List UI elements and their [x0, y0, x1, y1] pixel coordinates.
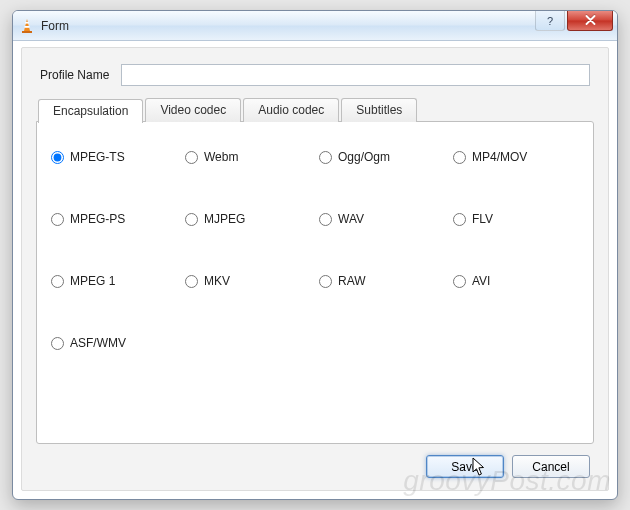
- tab-subtitles[interactable]: Subtitles: [341, 98, 417, 122]
- close-icon: [585, 15, 596, 27]
- radio-label: RAW: [338, 274, 366, 288]
- radio-label: MPEG-TS: [70, 150, 125, 164]
- radio-label: Webm: [204, 150, 238, 164]
- radio-option[interactable]: Ogg/Ogm: [319, 150, 445, 164]
- save-button[interactable]: Save: [426, 455, 504, 478]
- radio-input[interactable]: [51, 337, 64, 350]
- profile-name-input[interactable]: [121, 64, 590, 86]
- profile-name-label: Profile Name: [40, 68, 109, 82]
- titlebar[interactable]: Form ?: [13, 11, 617, 41]
- profile-name-row: Profile Name: [40, 64, 590, 86]
- client-area: Profile Name Encapsulation Video codec A…: [21, 47, 609, 491]
- tab-control: Encapsulation Video codec Audio codec Su…: [36, 98, 594, 444]
- radio-label: MPEG 1: [70, 274, 115, 288]
- svg-rect-1: [25, 22, 29, 24]
- radio-input[interactable]: [185, 275, 198, 288]
- radio-option[interactable]: AVI: [453, 274, 579, 288]
- vlc-cone-icon: [19, 18, 35, 34]
- encapsulation-radio-group: MPEG-TSWebmOgg/OgmMP4/MOVMPEG-PSMJPEGWAV…: [51, 150, 579, 350]
- help-button[interactable]: ?: [535, 11, 565, 31]
- tab-label: Audio codec: [258, 103, 324, 117]
- radio-option[interactable]: MPEG-PS: [51, 212, 177, 226]
- radio-input[interactable]: [319, 151, 332, 164]
- radio-label: MPEG-PS: [70, 212, 125, 226]
- radio-option[interactable]: RAW: [319, 274, 445, 288]
- radio-label: AVI: [472, 274, 490, 288]
- radio-input[interactable]: [51, 213, 64, 226]
- radio-option[interactable]: MJPEG: [185, 212, 311, 226]
- radio-input[interactable]: [185, 213, 198, 226]
- radio-option[interactable]: MPEG 1: [51, 274, 177, 288]
- svg-rect-2: [25, 26, 30, 28]
- radio-label: ASF/WMV: [70, 336, 126, 350]
- radio-option[interactable]: FLV: [453, 212, 579, 226]
- svg-rect-3: [22, 31, 32, 33]
- dialog-window: Form ? Profile Name Encapsulation Video …: [12, 10, 618, 500]
- tab-label: Video codec: [160, 103, 226, 117]
- dialog-footer: Save Cancel: [426, 455, 590, 478]
- radio-label: MJPEG: [204, 212, 245, 226]
- radio-label: FLV: [472, 212, 493, 226]
- radio-input[interactable]: [51, 275, 64, 288]
- radio-label: WAV: [338, 212, 364, 226]
- radio-label: Ogg/Ogm: [338, 150, 390, 164]
- help-icon: ?: [547, 15, 553, 27]
- radio-option[interactable]: MKV: [185, 274, 311, 288]
- radio-option[interactable]: MP4/MOV: [453, 150, 579, 164]
- close-button[interactable]: [567, 11, 613, 31]
- radio-input[interactable]: [453, 213, 466, 226]
- cancel-button[interactable]: Cancel: [512, 455, 590, 478]
- window-controls: ?: [535, 11, 617, 33]
- radio-input[interactable]: [185, 151, 198, 164]
- tab-page-encapsulation: MPEG-TSWebmOgg/OgmMP4/MOVMPEG-PSMJPEGWAV…: [36, 121, 594, 444]
- radio-label: MP4/MOV: [472, 150, 527, 164]
- radio-option[interactable]: Webm: [185, 150, 311, 164]
- radio-input[interactable]: [51, 151, 64, 164]
- window-title: Form: [41, 19, 69, 33]
- tab-audio-codec[interactable]: Audio codec: [243, 98, 339, 122]
- tab-encapsulation[interactable]: Encapsulation: [38, 99, 143, 123]
- tabstrip: Encapsulation Video codec Audio codec Su…: [36, 98, 594, 122]
- tab-label: Subtitles: [356, 103, 402, 117]
- radio-option[interactable]: MPEG-TS: [51, 150, 177, 164]
- radio-option[interactable]: WAV: [319, 212, 445, 226]
- svg-marker-0: [24, 19, 30, 31]
- tab-label: Encapsulation: [53, 104, 128, 118]
- radio-input[interactable]: [319, 275, 332, 288]
- radio-input[interactable]: [453, 275, 466, 288]
- radio-label: MKV: [204, 274, 230, 288]
- radio-input[interactable]: [319, 213, 332, 226]
- radio-input[interactable]: [453, 151, 466, 164]
- radio-option[interactable]: ASF/WMV: [51, 336, 177, 350]
- tab-video-codec[interactable]: Video codec: [145, 98, 241, 122]
